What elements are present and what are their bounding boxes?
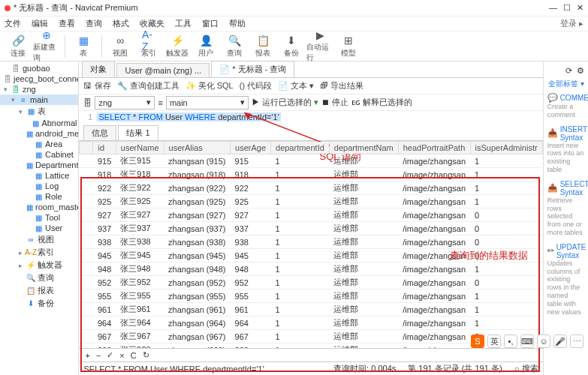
gridbtn-1[interactable]: − bbox=[95, 351, 102, 360]
table-row[interactable]: 945张三945zhangsan (945)9451运维部/image/zhan… bbox=[80, 249, 542, 262]
qtool-4[interactable]: 📄 文本 ▾ bbox=[278, 80, 314, 92]
menu-2[interactable]: 查看 bbox=[59, 18, 75, 29]
gridbtn-0[interactable]: + bbox=[83, 351, 91, 360]
tree-jeecg_boot_connect[interactable]: 🗄jeecg_boot_connect bbox=[0, 74, 78, 84]
close-icon[interactable]: ✕ bbox=[577, 3, 583, 13]
table-row[interactable]: 915张三915zhangsan (915)9151运维部/image/zhan… bbox=[80, 154, 542, 168]
col-userName[interactable]: userName bbox=[116, 142, 164, 154]
ime-more-icon[interactable]: ⋯ bbox=[570, 334, 583, 348]
tree-表[interactable]: ▾▦表 bbox=[0, 105, 78, 118]
toolbar-报表[interactable]: 📋报表 bbox=[249, 33, 276, 60]
rtab-0[interactable]: 信息 bbox=[83, 125, 116, 140]
toolbar-备份[interactable]: ⬇备份 bbox=[278, 33, 305, 60]
tree-Log[interactable]: ▦Log bbox=[0, 181, 78, 191]
menu-6[interactable]: 工具 bbox=[175, 18, 191, 29]
explain-button[interactable]: ᴇɢ 解释已选择的 bbox=[351, 97, 412, 108]
connection-select[interactable]: zng▾ bbox=[95, 96, 155, 110]
snippet-COMMENTS[interactable]: 💬 COMMENTS (AllCreate a comment bbox=[546, 91, 586, 122]
qtool-0[interactable]: 🖫 保存 bbox=[83, 80, 110, 92]
gridbtn-5[interactable]: ↻ bbox=[141, 350, 151, 360]
toolbar-触发器[interactable]: ⚡触发器 bbox=[164, 33, 191, 60]
table-row[interactable]: 925张三925zhangsan (925)9251运维部/image/zhan… bbox=[80, 195, 542, 208]
qtool-3[interactable]: () 代码段 bbox=[240, 80, 272, 92]
tree-索引[interactable]: ▸A-Z索引 bbox=[0, 246, 78, 259]
table-row[interactable]: 927张三927zhangsan (927)9271运维部/image/zhan… bbox=[80, 208, 542, 222]
qtool-2[interactable]: ✨ 美化 SQL bbox=[185, 80, 234, 92]
tree-视图[interactable]: ∞视图 bbox=[0, 233, 78, 246]
ime-punct[interactable]: •, bbox=[504, 334, 517, 348]
tree-Department[interactable]: ▦Department bbox=[0, 160, 78, 170]
tree-Lattice[interactable]: ▦Lattice bbox=[0, 170, 78, 181]
sql-editor[interactable]: 1 SELECT * FROM User WHERE departmentId=… bbox=[79, 111, 542, 126]
tree-备份[interactable]: ⬇备份 bbox=[0, 297, 78, 310]
col-userAlias[interactable]: userAlias bbox=[164, 142, 230, 154]
table-row[interactable]: 937张三937zhangsan (937)9371运维部/image/zhan… bbox=[80, 222, 542, 236]
col-isSuperAdministr[interactable]: isSuperAdministr bbox=[470, 142, 542, 154]
toolbar-表[interactable]: ▦表 bbox=[70, 33, 97, 60]
menu-5[interactable]: 收藏夹 bbox=[140, 18, 164, 29]
toolbar-连接[interactable]: 🔗连接 bbox=[5, 33, 32, 60]
menu-3[interactable]: 查询 bbox=[86, 18, 102, 29]
maximize-icon[interactable]: ☐ bbox=[563, 3, 571, 13]
tree-Cabinet[interactable]: ▦Cabinet bbox=[0, 149, 78, 160]
tree-room_master_table[interactable]: ▦room_master_table bbox=[0, 202, 78, 212]
minimize-icon[interactable]: — bbox=[549, 3, 557, 13]
settings-icon[interactable]: ⚙ bbox=[577, 66, 584, 76]
table-row[interactable]: 922张三922zhangsan (922)9221运维部/image/zhan… bbox=[80, 182, 542, 195]
table-row[interactable]: 938张三938zhangsan (938)9381运维部/image/zhan… bbox=[80, 236, 542, 249]
result-grid[interactable]: iduserNameuserAliasuserAgedepartmentIdde… bbox=[79, 141, 542, 348]
menu-0[interactable]: 文件 bbox=[5, 18, 21, 29]
gridbtn-2[interactable]: ✓ bbox=[105, 350, 115, 360]
col-userAge[interactable]: userAge bbox=[231, 142, 271, 154]
tab-1[interactable]: User @main (zng) ... bbox=[116, 63, 210, 77]
qtool-1[interactable]: 🔧 查询创建工具 bbox=[117, 80, 179, 92]
stop-button[interactable]: ⏹ 停止 bbox=[321, 97, 348, 108]
col-headPortraitPath[interactable]: headPortraitPath bbox=[398, 142, 470, 154]
toolbar-索引[interactable]: A-Z索引 bbox=[135, 33, 162, 60]
tree-User[interactable]: ▦User bbox=[0, 223, 78, 233]
toolbar-自动运行[interactable]: ▶自动运行 bbox=[306, 33, 333, 60]
gridbtn-3[interactable]: × bbox=[118, 351, 125, 360]
toolbar-用户[interactable]: 👤用户 bbox=[192, 33, 219, 60]
table-row[interactable]: 955张三955zhangsan (955)9551运维部/image/zhan… bbox=[80, 290, 542, 303]
tree-zng[interactable]: ▾🗄zng bbox=[0, 84, 78, 94]
menu-1[interactable]: 编辑 bbox=[32, 18, 48, 29]
ime-keyboard-icon[interactable]: ⌨ bbox=[520, 334, 534, 348]
tree-Tool[interactable]: ▦Tool bbox=[0, 212, 78, 223]
tab-0[interactable]: 对象 bbox=[82, 61, 115, 77]
tree-main[interactable]: ▾≡main bbox=[0, 94, 78, 105]
tree-Role[interactable]: ▦Role bbox=[0, 191, 78, 202]
tree-guobao[interactable]: 🗄guobao bbox=[0, 63, 78, 74]
ime-lang[interactable]: 英 bbox=[487, 334, 501, 348]
toolbar-视图[interactable]: ∞视图 bbox=[107, 33, 134, 60]
ime-emoji-icon[interactable]: ☺ bbox=[537, 334, 550, 348]
table-row[interactable]: 918张三918zhangsan (918)9181运维部/image/zhan… bbox=[80, 168, 542, 182]
qtool-5[interactable]: 🗊 导出结果 bbox=[320, 80, 363, 92]
ime-icon[interactable]: S bbox=[471, 334, 484, 348]
tree-Abnormal[interactable]: ▦Abnormal bbox=[0, 118, 78, 128]
rtab-1[interactable]: 结果 1 bbox=[118, 125, 158, 140]
menu-8[interactable]: 帮助 bbox=[229, 18, 246, 29]
tree-触发器[interactable]: ▸⚡触发器 bbox=[0, 259, 78, 272]
refresh-icon[interactable]: ⟳ bbox=[565, 66, 572, 76]
tree-查询[interactable]: 🔍查询 bbox=[0, 272, 78, 284]
table-row[interactable]: 964张三964zhangsan (964)9641运维部/image/zhan… bbox=[80, 316, 542, 330]
sql-text[interactable]: SELECT * FROM User WHERE departmentId='1… bbox=[97, 112, 280, 122]
snippet-UPDATE Syntax[interactable]: ✏ UPDATE Syntax (AllUpdates columns of e… bbox=[546, 241, 586, 319]
database-select[interactable]: main▾ bbox=[166, 96, 249, 110]
gridbtn-4[interactable]: C bbox=[129, 351, 138, 360]
menu-4[interactable]: 格式 bbox=[113, 18, 129, 29]
menu-7[interactable]: 窗口 bbox=[202, 18, 219, 29]
col-departmentNam[interactable]: departmentNam bbox=[329, 142, 398, 154]
sidebar-tree[interactable]: 🗄guobao🗄jeecg_boot_connect▾🗄zng▾≡main▾▦表… bbox=[0, 62, 79, 375]
snippet-SELECT Syntax[interactable]: 📤 SELECT Syntax (AllRetrieve rows select… bbox=[546, 178, 586, 239]
tab-2[interactable]: 📄 * 无标题 - 查询 bbox=[211, 61, 294, 77]
table-row[interactable]: 961张三961zhangsan (961)9611运维部/image/zhan… bbox=[80, 303, 542, 316]
tree-android_metadata[interactable]: ▦android_metadata bbox=[0, 128, 78, 139]
col-id[interactable]: id bbox=[93, 142, 116, 154]
status-search[interactable]: ⌕ 搜索 bbox=[514, 363, 538, 374]
toolbar-新建查询[interactable]: ⊕新建查询 bbox=[33, 33, 60, 60]
run-button[interactable]: ▶ 运行已选择的 ▾ bbox=[252, 97, 318, 108]
tree-Area[interactable]: ▦Area bbox=[0, 139, 78, 149]
tree-报表[interactable]: 📋报表 bbox=[0, 284, 78, 297]
